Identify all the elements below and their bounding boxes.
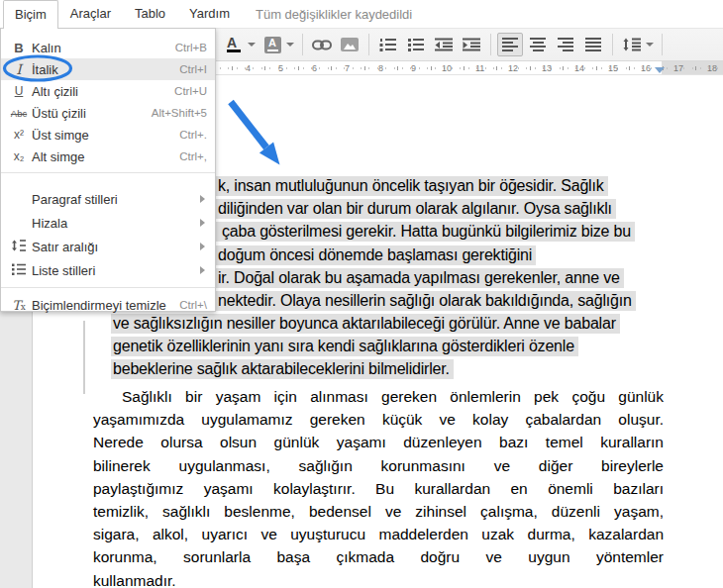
menu-item-satir-araligi[interactable]: Satır aralığı	[1, 235, 215, 258]
increase-indent-icon[interactable]	[459, 33, 484, 56]
highlight-color-icon[interactable]: A	[259, 33, 285, 56]
highlight-color-dropdown-caret[interactable]	[286, 43, 294, 47]
justify-icon[interactable]	[580, 33, 606, 56]
doc-line: Nerede olursa olsun günlük yaşamı düzenl…	[93, 431, 664, 453]
submenu-arrow-icon	[200, 243, 205, 250]
doc-line: temizlik, sağlıklı beslenme, bedensel ve…	[93, 500, 664, 523]
doc-line[interactable]: çaba gösterilmesi gerekir. Hatta bugünkü…	[216, 223, 635, 245]
ruler-number: 13	[542, 63, 552, 73]
right-indent-marker[interactable]	[655, 67, 665, 73]
menu-item-bicimlendirmeyi-temizle[interactable]: Tx Biçimlendirmeyi temizle Ctrl+\	[1, 293, 215, 317]
menu-tablo[interactable]: Tablo	[123, 1, 177, 27]
toolbar-separator	[490, 34, 491, 55]
text-color-dropdown-caret[interactable]	[248, 43, 256, 47]
menu-item-liste-stilleri[interactable]: Liste stilleri	[1, 258, 215, 282]
menu-item-hizala[interactable]: Hizala	[1, 211, 215, 235]
doc-line: Sağlıklı bir yaşam için alınması gereken…	[93, 385, 664, 408]
menu-item-alti-cizili[interactable]: U Altı çizili Ctrl+U	[1, 80, 215, 102]
doc-line[interactable]: nektedir. Olaya nesillerin sağlığı olara…	[216, 292, 636, 315]
superscript-icon: x²	[8, 128, 30, 142]
doc-line: yaşamımızda uygulamamız gereken küçük ve…	[93, 408, 664, 431]
ruler-number: 9	[411, 63, 416, 73]
ruler-number: 6	[312, 63, 317, 73]
bulleted-list-icon[interactable]	[403, 33, 429, 56]
menu-bar: Biçim Araçlar Tablo Yardım Tüm değişikli…	[0, 0, 723, 28]
ruler-number: 11	[475, 63, 484, 73]
menu-separator	[1, 172, 215, 173]
toolbar-separator	[662, 34, 663, 55]
doc-line: korunma, sorunlarla başa çıkmada doğru v…	[93, 545, 664, 568]
subscript-icon: x₂	[8, 149, 30, 163]
ruler-number: 5	[278, 63, 283, 73]
doc-line[interactable]: bebeklerine sağlık aktarabileceklerini b…	[111, 360, 454, 383]
doc-line: sigara, alkol, uyarıcı ve uyuşturucu mad…	[93, 523, 664, 545]
ruler-number: 16	[641, 63, 651, 73]
ruler-number: 14	[574, 63, 584, 73]
doc-line[interactable]: ir. Doğal olarak bu aşamada yapılması ge…	[216, 269, 624, 292]
ruler-number: 10	[442, 63, 452, 73]
menu-separator	[1, 287, 215, 288]
doc-line: paylaştığımız yaşamı kolaylaştırır. Bu k…	[93, 477, 664, 500]
insert-image-icon[interactable]	[337, 33, 362, 56]
clear-formatting-icon: Tx	[8, 298, 30, 313]
ruler-number: 12	[508, 63, 518, 73]
insert-link-icon[interactable]	[309, 33, 335, 56]
line-spacing-icon	[8, 238, 30, 255]
google-docs-window: k, insan mutluluğunun öncelik taşıyan bi…	[0, 0, 723, 588]
numbered-list-icon[interactable]	[375, 33, 401, 56]
doc-line[interactable]: ve sağlıksızlığın nesiller boyunca aktar…	[111, 315, 620, 338]
doc-line[interactable]: doğum öncesi dönemde başlaması gerektiği…	[216, 246, 536, 269]
page-edge-artifact	[83, 321, 85, 394]
menu-araclar[interactable]: Araçlar	[58, 1, 123, 27]
italic-icon: I	[8, 61, 30, 77]
line-spacing-icon[interactable]	[619, 33, 645, 56]
doc-line: kullanmadır.	[93, 569, 664, 588]
line-spacing-dropdown-caret[interactable]	[646, 43, 654, 47]
save-status: Tüm değişiklikler kaydedildi	[256, 7, 412, 22]
align-center-icon[interactable]	[525, 33, 551, 56]
underline-icon: U	[8, 84, 30, 98]
list-styles-icon	[8, 261, 30, 279]
menu-item-italik[interactable]: I İtalik Ctrl+I	[1, 58, 215, 80]
ruler-number: 4	[246, 63, 251, 73]
decrease-indent-icon[interactable]	[431, 33, 457, 56]
format-menu-dropdown: B Kalın Ctrl+B I İtalik Ctrl+I U Altı çi…	[0, 28, 216, 312]
menu-item-kalin[interactable]: B Kalın Ctrl+B	[1, 37, 215, 58]
text-color-icon[interactable]: A	[221, 33, 247, 56]
menu-bicim[interactable]: Biçim	[3, 0, 58, 29]
ruler-number: 17	[673, 63, 683, 73]
submenu-arrow-icon	[200, 266, 205, 274]
submenu-arrow-icon	[200, 219, 205, 227]
submenu-arrow-icon	[200, 195, 205, 203]
annotation-arrow	[222, 95, 293, 180]
doc-line[interactable]: diliğinden var olan bir durum olarak alg…	[216, 200, 616, 223]
doc-line[interactable]: genetik özelliklerinin yanı sıra kendi s…	[111, 338, 578, 360]
doc-line[interactable]: k, insan mutluluğunun öncelik taşıyan bi…	[216, 177, 608, 200]
strikethrough-icon: Abc	[8, 108, 30, 119]
menu-item-ust-simge[interactable]: x² Üst simge Ctrl+.	[1, 124, 215, 146]
toolbar-separator	[302, 34, 303, 55]
doc-paragraph-2[interactable]: Sağlıklı bir yaşam için alınması gereken…	[93, 385, 664, 588]
menu-item-alt-simge[interactable]: x₂ Alt simge Ctrl+,	[1, 146, 215, 167]
menu-item-ustu-cizili[interactable]: Abc Üstü çizili Alt+Shift+5	[1, 102, 215, 124]
ruler-number: 7	[345, 63, 350, 73]
toolbar-separator	[612, 34, 613, 55]
bold-icon: B	[8, 41, 30, 55]
ruler-number: 8	[378, 63, 383, 73]
toolbar-separator	[368, 34, 369, 55]
align-left-icon[interactable]	[497, 33, 523, 56]
menu-item-paragraf-stilleri[interactable]: Paragraf stilleri	[1, 187, 215, 211]
menu-yardim[interactable]: Yardım	[177, 1, 242, 27]
ruler-number: 15	[608, 63, 618, 73]
ruler-number: 18	[707, 63, 717, 73]
align-right-icon[interactable]	[553, 33, 578, 56]
doc-line: bilinerek uygulanması, sağlığın korunmas…	[93, 454, 664, 477]
